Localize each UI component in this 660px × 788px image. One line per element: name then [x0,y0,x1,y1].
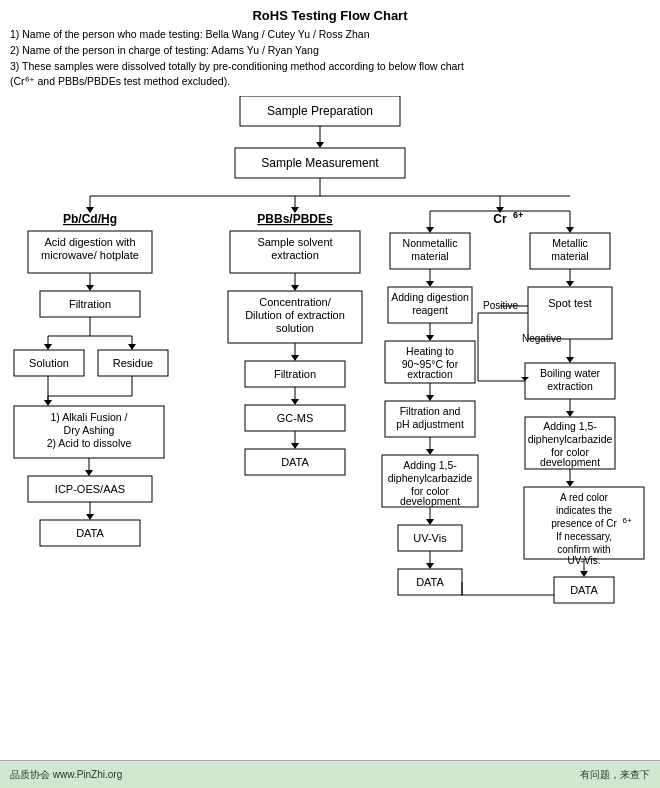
svg-text:Sample Measurement: Sample Measurement [261,156,379,170]
svg-text:Cr: Cr [493,212,507,226]
page-title: RoHS Testing Flow Chart [10,8,650,23]
svg-text:Residue: Residue [113,357,153,369]
svg-text:Heating to: Heating to [406,345,454,357]
svg-text:2)  Acid  to dissolve: 2) Acid to dissolve [47,437,132,449]
svg-marker-82 [426,281,434,287]
svg-text:microwave/ hotplate: microwave/ hotplate [41,249,139,261]
footer-right: 有问题，来查下 [580,768,650,782]
svg-marker-60 [291,355,299,361]
svg-marker-46 [86,514,94,520]
svg-marker-123 [566,357,574,363]
svg-text:ICP-OES/AAS: ICP-OES/AAS [55,483,125,495]
svg-text:Concentration/: Concentration/ [259,296,331,308]
svg-text:Filtration: Filtration [274,368,316,380]
svg-text:Spot test: Spot test [548,297,591,309]
svg-marker-105 [426,519,434,525]
svg-text:1) Alkali Fusion /: 1) Alkali Fusion / [50,411,127,423]
svg-rect-117 [528,287,612,339]
svg-text:Adding   1,5-: Adding 1,5- [543,420,597,432]
svg-text:Dilution of extraction: Dilution of extraction [245,309,345,321]
svg-text:material: material [411,250,448,262]
svg-text:Acid digestion with: Acid digestion with [44,236,135,248]
page-container: RoHS Testing Flow Chart 1) Name of the p… [0,0,660,788]
flowchart: Sample Preparation Sample Measurement Pb… [10,96,650,766]
svg-text:PBBs/PBDEs: PBBs/PBDEs [257,212,333,226]
svg-marker-98 [426,449,434,455]
svg-text:Filtration and: Filtration and [400,405,461,417]
svg-text:Dry Ashing: Dry Ashing [64,424,115,436]
svg-text:If  necessary,: If necessary, [556,531,612,542]
svg-text:Nonmetallic: Nonmetallic [403,237,458,249]
svg-marker-68 [291,443,299,449]
svg-text:extraction: extraction [271,249,319,261]
svg-marker-27 [128,344,136,350]
svg-marker-77 [566,227,574,233]
svg-text:Adding 1,5-: Adding 1,5- [403,459,457,471]
svg-text:development: development [400,495,460,507]
svg-text:Negative: Negative [522,333,562,344]
svg-marker-36 [44,400,52,406]
svg-marker-93 [426,395,434,401]
svg-marker-149 [580,571,588,577]
svg-text:6+: 6+ [622,516,631,525]
svg-text:Metallic: Metallic [552,237,588,249]
svg-text:DATA: DATA [76,527,104,539]
footer-left: 品质协会 www.PinZhi.org [10,768,122,782]
svg-text:development: development [540,456,600,468]
svg-marker-109 [426,563,434,569]
svg-text:A  red  color: A red color [560,492,608,503]
svg-text:DATA: DATA [281,456,309,468]
svg-text:confirm   with: confirm with [557,544,610,555]
svg-marker-116 [566,281,574,287]
svg-text:diphenylcarbazide: diphenylcarbazide [388,472,473,484]
svg-text:Sample solvent: Sample solvent [257,236,332,248]
svg-text:Filtration: Filtration [69,298,111,310]
svg-text:Sample Preparation: Sample Preparation [267,104,373,118]
svg-text:GC-MS: GC-MS [277,412,314,424]
footer-bar: 品质协会 www.PinZhi.org 有问题，来查下 [0,760,660,788]
svg-marker-64 [291,399,299,405]
svg-marker-139 [566,481,574,487]
svg-text:Boiling water: Boiling water [540,367,601,379]
svg-marker-42 [85,470,93,476]
svg-text:pH adjustment: pH adjustment [396,418,464,430]
svg-marker-25 [44,344,52,350]
svg-text:presence of Cr: presence of Cr [551,518,617,529]
svg-text:indicates   the: indicates the [556,505,613,516]
svg-marker-54 [291,285,299,291]
svg-text:Pb/Cd/Hg: Pb/Cd/Hg [63,212,117,226]
svg-marker-3 [316,142,324,148]
svg-text:UV-Vis: UV-Vis [413,532,447,544]
svg-text:extraction: extraction [547,380,593,392]
svg-marker-76 [426,227,434,233]
header-notes: 1) Name of the person who made testing: … [10,27,650,90]
svg-marker-19 [86,285,94,291]
svg-text:reagent: reagent [412,304,448,316]
svg-marker-132 [566,411,574,417]
svg-text:extraction: extraction [407,368,453,380]
svg-text:diphenylcarbazide: diphenylcarbazide [528,433,613,445]
svg-text:Solution: Solution [29,357,69,369]
svg-text:DATA: DATA [570,584,598,596]
svg-marker-87 [426,335,434,341]
svg-text:Adding digestion: Adding digestion [391,291,469,303]
svg-text:solution: solution [276,322,314,334]
svg-text:DATA: DATA [416,576,444,588]
svg-text:material: material [551,250,588,262]
